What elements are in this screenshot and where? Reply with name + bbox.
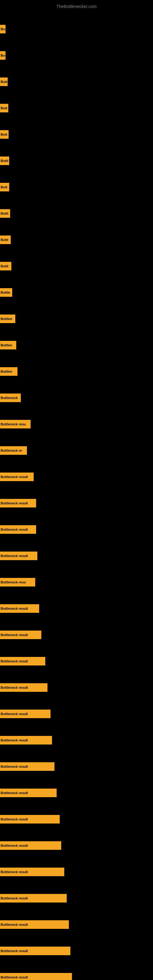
bar-row: Bottleneck result [0,835,153,856]
bar-row: Bottlen [0,308,153,329]
bar-label: Bottleneck result [0,947,70,955]
bar-label: Bo [0,51,5,60]
bar-row: Bottleneck result [0,466,153,488]
bar-label: Bottleneck resu [0,420,30,428]
bar-row: Bott [0,71,153,92]
bar-label: Bottleneck result [0,841,61,850]
bar-label: Bottleneck result [0,920,69,929]
bar-row: Bott [0,124,153,145]
bar-label: Bottleneck result [0,894,67,902]
bar-label: Bott [0,130,9,139]
bar-label: Bottleneck resu [0,578,35,587]
bar-row: Bottlen [0,361,153,382]
site-title: TheBottlenecker.com [0,2,153,11]
bar-row: Bottleneck result [0,545,153,566]
bar-row: Bottleneck result [0,598,153,619]
bar-row: Bottleneck result [0,808,153,830]
bar-label: Bottlen [0,367,18,376]
bar-label: Bottleneck result [0,552,37,560]
bar-label: Bott [0,78,8,86]
bar-row: Bottleneck resu [0,571,153,593]
bar-label: Bottleneck result [0,657,45,665]
bar-label: Bottl [0,262,11,270]
bar-label: Bottleneck result [0,868,64,876]
bar-label: Bottleneck result [0,683,48,692]
bar-row: Bottleneck result [0,914,153,935]
bar-row: Bottleneck [0,387,153,409]
bar-row: Bottleneck result [0,677,153,698]
bar-label: Bottleneck result [0,473,33,481]
bar-row: Bottl [0,255,153,277]
bar-label: Bottleneck result [0,630,41,639]
bar-label: Bottleneck result [0,789,57,797]
bar-row: Bottleneck result [0,756,153,777]
bar-label: Bottleneck result [0,973,72,980]
bar-row: Bottleneck result [0,703,153,725]
bar-row: Bottleneck result [0,888,153,909]
bar-label: Bott [0,104,8,112]
bar-label: Bottleneck result [0,710,51,718]
bar-label: Bottleneck result [0,815,60,824]
bar-row: Bottleneck re [0,440,153,461]
bar-row: Bottleneck result [0,940,153,962]
bar-row: Bottleneck result [0,782,153,803]
bar-label: Bottleneck re [0,446,27,455]
bar-row: Bottlen [0,334,153,356]
bar-label: Bottlen [0,315,15,323]
bar-row: Bott [0,177,153,198]
bar-row: Bottleneck result [0,492,153,514]
bar-row: Bottleneck result [0,967,153,980]
bar-row: Bottleneck result [0,519,153,540]
bar-row: Bottleneck result [0,651,153,672]
bar-label: Bottl [0,235,11,244]
bar-label: Bottle [0,288,12,297]
bar-row: Bott [0,97,153,119]
bar-label: Bottleneck result [0,762,54,771]
bar-row: Bottl [0,150,153,172]
bar-label: Bottl [0,156,9,165]
bar-label: Bottl [0,209,10,218]
bar-row: Bottleneck result [0,730,153,751]
bar-label: Bo [0,25,5,33]
bar-label: Bottleneck result [0,525,36,534]
bar-row: Bo [0,18,153,40]
bar-row: Bottle [0,282,153,303]
bar-row: Bottl [0,229,153,250]
bar-row: Bottl [0,203,153,224]
bar-label: Bottleneck result [0,604,39,613]
bar-label: Bottleneck result [0,499,36,508]
bar-row: Bo [0,45,153,66]
bar-label: Bottleneck result [0,736,52,745]
bar-row: Bottleneck result [0,624,153,646]
bar-label: Bottleneck [0,393,21,402]
bar-label: Bott [0,183,9,191]
bar-row: Bottleneck result [0,861,153,883]
bar-row: Bottleneck resu [0,414,153,435]
bar-label: Bottlen [0,341,16,350]
